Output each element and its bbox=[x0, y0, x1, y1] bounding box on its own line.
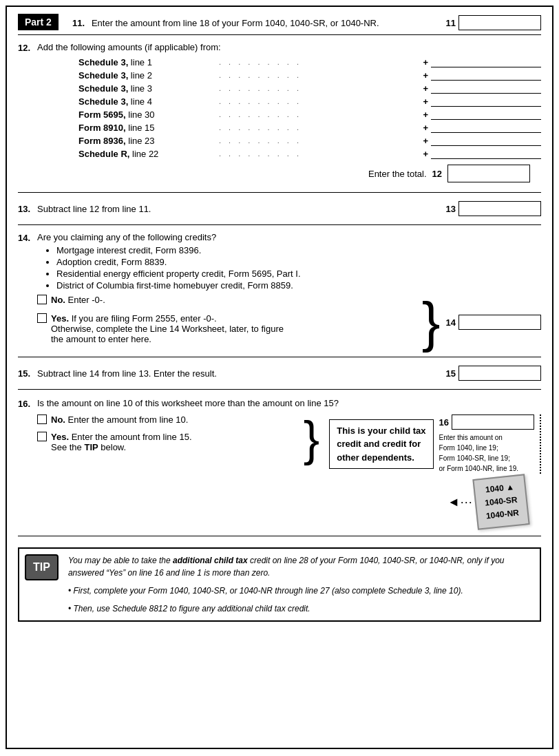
form-card-wrap: ◄ · · · 1040 ▲ 1040-SR 1040-NR bbox=[475, 476, 527, 527]
line11-input[interactable] bbox=[458, 15, 541, 30]
line14-row: 14. Are you claiming any of the followin… bbox=[7, 229, 552, 353]
line14-yes-text: If you are filing Form 2555, enter -0-. bbox=[69, 313, 217, 324]
child-tax-line2: credit and credit for bbox=[337, 437, 425, 451]
schedule-label-3: Schedule 3, line 4 bbox=[78, 96, 216, 107]
child-tax-box: This is your child tax credit and credit… bbox=[329, 419, 433, 470]
line13-row: 13. Subtract line 12 from line 11. 13 bbox=[7, 197, 552, 220]
line11-box-label: 11 bbox=[446, 18, 456, 28]
sep5 bbox=[18, 389, 541, 390]
line14-yes-label: Yes. bbox=[51, 313, 69, 324]
line14-no-checkbox[interactable] bbox=[37, 295, 47, 304]
line13-number: 13. bbox=[18, 203, 37, 214]
schedule-label-5: Form 8910, line 15 bbox=[78, 123, 216, 133]
tip-para1: You may be able to take the additional c… bbox=[68, 554, 534, 579]
line16-input[interactable] bbox=[452, 414, 534, 430]
tip-para2: • First, complete your Form 1040, 1040-S… bbox=[68, 585, 534, 597]
line16-no-checkbox[interactable] bbox=[37, 414, 47, 424]
line16-brace: } bbox=[304, 414, 319, 463]
sep4 bbox=[18, 357, 541, 357]
line14-number: 14. bbox=[18, 232, 37, 243]
line16-right: 16 Enter this amount on Form 1040, line … bbox=[439, 414, 541, 474]
line16-no-label: No. bbox=[51, 414, 65, 425]
sched-field-7[interactable] bbox=[431, 148, 541, 159]
sched-field-4[interactable] bbox=[431, 109, 541, 120]
note-line3: Form 1040-SR, line 19; bbox=[439, 453, 519, 463]
bullet-2: Adoption credit, Form 8839. bbox=[56, 257, 541, 267]
line16-body: No. Enter the amount from line 10. Yes. … bbox=[18, 414, 541, 474]
sched-field-6[interactable] bbox=[431, 135, 541, 146]
arrow-decoration: ◄ · · · bbox=[447, 494, 471, 509]
line16-header: 16. Is the amount on line 10 of this wor… bbox=[18, 394, 541, 409]
tip-text: You may be able to take the additional c… bbox=[68, 554, 534, 615]
line16-question: Is the amount on line 10 of this workshe… bbox=[37, 398, 541, 408]
tip-para3: • Then, use Schedule 8812 to figure any … bbox=[68, 602, 534, 615]
schedule-label-2: Schedule 3, line 3 bbox=[78, 83, 216, 94]
line16-box-label: 16 bbox=[439, 417, 449, 428]
line14-question: Are you claiming any of the following cr… bbox=[37, 232, 541, 242]
line14-yes-row: Yes. If you are filing Form 2555, enter … bbox=[37, 313, 416, 344]
line16-input-row: 16 bbox=[439, 414, 534, 430]
part-label: Part 2 bbox=[18, 14, 59, 30]
line14-box-label: 14 bbox=[446, 317, 456, 328]
note-line2: Form 1040, line 19; bbox=[439, 443, 519, 453]
line13-text: Subtract line 12 from line 11. bbox=[37, 204, 441, 214]
line12-input[interactable] bbox=[447, 165, 530, 182]
schedule-row-0: Schedule 3, line 1 . . . . . . . . . + bbox=[78, 56, 541, 67]
line13-box-area: 13 bbox=[446, 201, 541, 216]
sched-field-0[interactable] bbox=[431, 56, 541, 67]
line14-options: No. Enter -0-. Yes. If you are filing Fo… bbox=[37, 295, 416, 350]
line15-row: 15. Subtract line 14 from line 13. Enter… bbox=[7, 361, 552, 385]
child-tax-line1: This is your child tax bbox=[337, 424, 425, 438]
sep3 bbox=[18, 224, 541, 225]
tip-section: TIP You may be able to take the addition… bbox=[18, 547, 541, 622]
sched-field-5[interactable] bbox=[431, 122, 541, 133]
line12-text: Add the following amounts (if applicable… bbox=[37, 42, 221, 52]
line15-text: Subtract line 14 from line 13. Enter the… bbox=[37, 368, 441, 379]
line15-input[interactable] bbox=[458, 366, 541, 381]
sep6 bbox=[18, 536, 541, 536]
line11-text: Enter the amount from line 18 of your Fo… bbox=[92, 18, 441, 28]
sched-field-1[interactable] bbox=[431, 70, 541, 81]
sep2 bbox=[18, 192, 541, 193]
line13-box-label: 13 bbox=[446, 204, 456, 214]
line16-yes-checkbox[interactable] bbox=[37, 432, 47, 441]
bullet-3: Residential energy efficient property cr… bbox=[56, 269, 541, 279]
page: Part 2 11. Enter the amount from line 18… bbox=[6, 6, 553, 749]
sched-field-2[interactable] bbox=[431, 83, 541, 94]
line14-input[interactable] bbox=[458, 315, 541, 330]
part2-header: Part 2 11. Enter the amount from line 18… bbox=[7, 7, 552, 30]
line16-no-row: No. Enter the amount from line 10. bbox=[37, 414, 299, 425]
bullet-4: District of Columbia first-time homebuye… bbox=[56, 280, 541, 291]
form-card: 1040 ▲ 1040-SR 1040-NR bbox=[472, 474, 529, 529]
schedule-label-4: Form 5695, line 30 bbox=[78, 109, 216, 120]
line14-no-label: No. bbox=[51, 295, 65, 305]
schedule-row-6: Form 8936, line 23 . . . . . . . . . + bbox=[78, 135, 541, 146]
line16-note: Enter this amount on Form 1040, line 19;… bbox=[439, 432, 519, 474]
schedule-row-2: Schedule 3, line 3 . . . . . . . . . + bbox=[78, 83, 541, 94]
schedule-row-4: Form 5695, line 30 . . . . . . . . . + bbox=[78, 109, 541, 120]
bullet-1: Mortgage interest credit, Form 8396. bbox=[56, 245, 541, 255]
sched-field-3[interactable] bbox=[431, 96, 541, 107]
line16-section: 16. Is the amount on line 10 of this wor… bbox=[7, 394, 552, 527]
schedule-row-7: Schedule R, line 22 . . . . . . . . . + bbox=[78, 148, 541, 159]
line16-number: 16. bbox=[18, 398, 37, 409]
schedule-label-1: Schedule 3, line 2 bbox=[78, 70, 216, 81]
note-line4: or Form 1040-NR, line 19. bbox=[439, 463, 519, 474]
enter-total-label: Enter the total. bbox=[368, 169, 427, 179]
schedule-label-6: Form 8936, line 23 bbox=[78, 136, 216, 146]
brace-symbol: } bbox=[422, 295, 441, 350]
note-line1: Enter this amount on bbox=[439, 432, 519, 443]
line16-yes-text: Enter the amount from line 15. bbox=[69, 432, 191, 442]
line11-box-area: 11 bbox=[446, 15, 541, 30]
line14-brace-area: No. Enter -0-. Yes. If you are filing Fo… bbox=[37, 295, 541, 350]
enter-total-row: Enter the total. 12 bbox=[37, 165, 530, 182]
schedule-row-1: Schedule 3, line 2 . . . . . . . . . + bbox=[78, 70, 541, 81]
line14-yes-checkbox[interactable] bbox=[37, 313, 47, 323]
line14-box-area: 14 bbox=[446, 295, 541, 350]
line14-bullets: Mortgage interest credit, Form 8396. Ado… bbox=[45, 245, 541, 291]
line14-content: Are you claiming any of the following cr… bbox=[37, 232, 541, 350]
line13-input[interactable] bbox=[458, 201, 541, 216]
line12-number: 12. bbox=[18, 42, 37, 53]
line16-options: No. Enter the amount from line 10. Yes. … bbox=[18, 414, 299, 455]
line12-content: Add the following amounts (if applicable… bbox=[37, 42, 541, 185]
